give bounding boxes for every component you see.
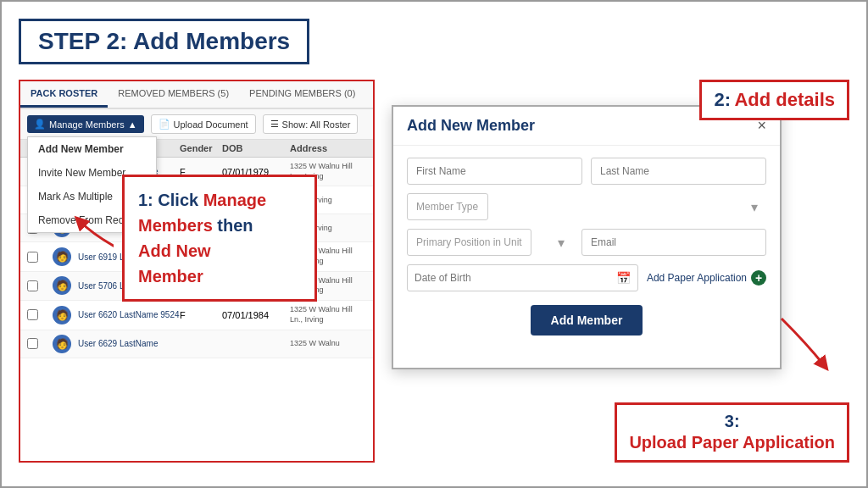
arrow-step1 [71, 213, 114, 255]
step2-number: 2: [714, 89, 731, 110]
arrow-step3 [765, 310, 841, 378]
step3-number: 3: [629, 412, 835, 431]
callout-step2: 2: Add details [699, 80, 849, 120]
upload-document-button[interactable]: 📄 Upload Document [151, 114, 256, 134]
user-name: User 6620 LastName 9524 [78, 309, 180, 320]
avatar: 🧑 [53, 335, 71, 353]
dob-input-wrapper: 📅 [407, 264, 638, 291]
button-row: Add Member [407, 300, 766, 336]
row-checkbox[interactable] [27, 252, 38, 263]
avatar: 🧑 [53, 306, 71, 324]
step1-number: 1: [138, 191, 158, 209]
user-name: User 6629 LastName [78, 338, 180, 349]
chevron-up-icon: ▲ [128, 119, 137, 130]
member-type-row: Member Type [407, 193, 766, 220]
email-field[interactable] [581, 229, 766, 256]
member-type-select[interactable]: Member Type [407, 193, 488, 220]
col-dob: DOB [222, 143, 290, 153]
avatar: 🧑 [53, 247, 71, 266]
add-paper-application-link[interactable]: Add Paper Application + [647, 270, 766, 286]
position-email-row: Primary Position in Unit [407, 229, 766, 256]
table-row[interactable]: 🧑 User 6629 LastName 1325 W Walnu [20, 330, 373, 358]
show-all-roster-button[interactable]: ☰ Show: All Roster [263, 114, 359, 134]
tab-pack-roster[interactable]: PACK ROSTER [20, 81, 108, 108]
step3-text: Upload Paper Application [629, 431, 835, 453]
address: 1325 W Walnu Hill Ln., Irving [290, 305, 366, 324]
document-icon: 📄 [159, 119, 170, 130]
first-name-field[interactable] [407, 158, 582, 185]
person-icon: 👤 [34, 119, 46, 130]
row-checkbox[interactable] [27, 280, 38, 291]
table-row[interactable]: 🧑 User 6620 LastName 9524 F 07/01/1984 1… [20, 301, 373, 330]
col-gender: Gender [180, 143, 222, 153]
callout-step3: 3: Upload Paper Application [615, 402, 849, 463]
left-panel: PACK ROSTER REMOVED MEMBERS (5) PENDING … [19, 80, 375, 463]
address: 1325 W Walnu [290, 339, 366, 349]
plus-icon: + [751, 270, 766, 286]
calendar-icon[interactable]: 📅 [616, 271, 631, 285]
tabs-bar: PACK ROSTER REMOVED MEMBERS (5) PENDING … [20, 81, 373, 109]
manage-members-button[interactable]: 👤 Manage Members ▲ [27, 115, 144, 133]
add-member-modal: Add New Member × Member Type [392, 105, 782, 369]
toolbar: 👤 Manage Members ▲ 📄 Upload Document ☰ S… [20, 109, 373, 140]
step1-bold-addnew: Add NewMember [138, 241, 211, 286]
filter-icon: ☰ [270, 119, 279, 130]
step-header: STEP 2: Add Members [19, 19, 309, 64]
dob-input[interactable] [415, 265, 616, 291]
position-wrapper: Primary Position in Unit [407, 229, 573, 256]
add-member-button[interactable]: Add Member [531, 305, 643, 336]
callout-step1: 1: Click ManageMembers thenAdd NewMember [122, 175, 317, 302]
dob-row: 📅 Add Paper Application + [407, 264, 766, 291]
row-checkbox[interactable] [27, 309, 38, 320]
last-name-field[interactable] [591, 158, 766, 185]
dob: 07/01/1984 [222, 310, 290, 320]
member-type-wrapper: Member Type [407, 193, 766, 220]
tab-pending-members[interactable]: PENDING MEMBERS (0) [239, 81, 365, 108]
step2-text: Add details [734, 89, 835, 110]
row-checkbox[interactable] [27, 338, 38, 349]
content-area: PACK ROSTER REMOVED MEMBERS (5) PENDING … [19, 80, 849, 463]
tab-removed-members[interactable]: REMOVED MEMBERS (5) [108, 81, 239, 108]
modal-body: Member Type Primary Position in Unit [393, 146, 780, 347]
name-row [407, 158, 766, 185]
modal-title: Add New Member [407, 117, 535, 135]
page-title: STEP 2: Add Members [38, 28, 290, 55]
main-container: STEP 2: Add Members PACK ROSTER REMOVED … [0, 0, 868, 488]
col-address: Address [290, 143, 366, 153]
right-panel: 2: Add details Add New Member × [392, 80, 849, 463]
position-select[interactable]: Primary Position in Unit [407, 229, 531, 256]
gender: F [180, 310, 222, 320]
avatar: 🧑 [53, 276, 71, 295]
dropdown-add-new-member[interactable]: Add New Member [28, 137, 156, 161]
